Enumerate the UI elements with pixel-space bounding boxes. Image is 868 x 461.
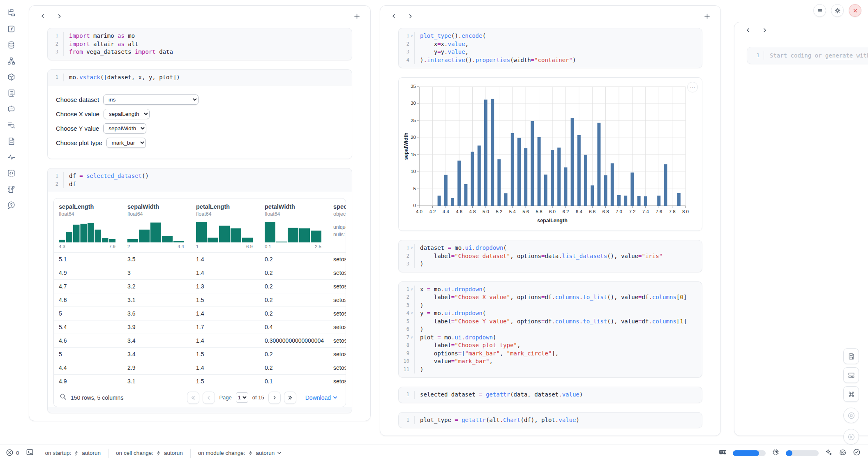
- runtime-config-item[interactable]: on cell change:autorun: [108, 449, 190, 458]
- code-editor[interactable]: 1∨dataset = mo.ui.dropdown(2 label="Choo…: [399, 240, 702, 272]
- sidebar-item-functions[interactable]: f: [6, 23, 16, 34]
- code-editor[interactable]: 1plot_type = getattr(alt.Chart(df), plot…: [399, 413, 702, 428]
- sidebar-item-documentation[interactable]: [6, 136, 16, 146]
- add-cell-button[interactable]: [351, 11, 362, 21]
- search-icon[interactable]: [60, 393, 67, 402]
- next-page-button[interactable]: [268, 392, 281, 404]
- table-row[interactable]: 53.41.50.2setosa: [54, 347, 346, 361]
- code-line: 6): [399, 325, 702, 334]
- choose-x-value-select[interactable]: sepalLength: [104, 109, 150, 119]
- fold-chevron-icon[interactable]: ∨: [409, 334, 415, 342]
- column-header-species[interactable]: speciesobjectunique:nulls:: [328, 203, 346, 249]
- svg-text:4.2: 4.2: [429, 209, 436, 214]
- add-cell-button[interactable]: [702, 11, 712, 21]
- sidebar-item-file-tree[interactable]: [6, 7, 16, 18]
- last-page-button[interactable]: [284, 392, 296, 404]
- sidebar-item-find[interactable]: [6, 120, 16, 130]
- close-icon[interactable]: [849, 4, 861, 17]
- svg-text:6.6: 6.6: [589, 209, 596, 214]
- scratch-code-editor[interactable]: 1 Start coding or generate with: [747, 47, 868, 64]
- sidebar-item-database[interactable]: [6, 39, 16, 50]
- sidebar-item-chat[interactable]: [6, 104, 16, 114]
- code-editor[interactable]: 1import marimo as mo2import altair as al…: [48, 28, 352, 60]
- column-collapse-left-icon[interactable]: [743, 25, 753, 35]
- menu-icon[interactable]: [813, 4, 826, 17]
- connection-status-icon[interactable]: [853, 448, 861, 458]
- prev-page-button[interactable]: [203, 392, 215, 404]
- sidebar-item-package[interactable]: [6, 71, 16, 82]
- choose-y-value-select[interactable]: sepalWidth: [103, 123, 146, 134]
- altair-chart-output[interactable]: 4.04.24.44.64.85.05.25.45.65.86.06.26.46…: [398, 77, 702, 231]
- column-histogram[interactable]: [127, 221, 184, 242]
- choose-dataset-select[interactable]: iris: [103, 95, 199, 105]
- run-all-icon[interactable]: [843, 429, 859, 445]
- cell-vstack[interactable]: 1mo.vstack([dataset, x, y, plot]) Choose…: [47, 69, 352, 159]
- table-row[interactable]: 4.73.21.30.2setosa: [54, 279, 346, 293]
- editor-placeholder[interactable]: Start coding or generate with: [764, 51, 868, 60]
- settings-gear-icon[interactable]: [831, 4, 844, 17]
- cell-plot-encode[interactable]: 1∨plot_type().encode(2 x=x.value,3 y=y.v…: [398, 28, 702, 68]
- cell-imports[interactable]: 1import marimo as mo2import altair as al…: [47, 28, 352, 60]
- code-editor[interactable]: 1∨plot_type().encode(2 x=x.value,3 y=y.v…: [399, 28, 702, 68]
- save-icon[interactable]: [843, 348, 859, 364]
- page-select[interactable]: 1: [236, 392, 248, 403]
- sidebar-item-dependency-graph[interactable]: [6, 55, 16, 66]
- fold-chevron-icon[interactable]: ∨: [409, 32, 415, 40]
- fold-chevron-icon[interactable]: ∨: [409, 309, 415, 318]
- table-row[interactable]: 4.93.11.50.1setosa: [54, 374, 346, 388]
- code-editor[interactable]: 1selected_dataset = getattr(data, datase…: [399, 387, 702, 403]
- code-line: 1∨x = mo.ui.dropdown(: [399, 286, 702, 294]
- code-editor[interactable]: 1∨x = mo.ui.dropdown(2 label="Choose X v…: [399, 282, 702, 378]
- runtime-config-item[interactable]: on module change:autorun: [190, 449, 289, 458]
- cell-plot-type[interactable]: 1plot_type = getattr(alt.Chart(df), plot…: [398, 412, 702, 429]
- column-header-sepalWidth[interactable]: sepalWidthfloat6424.4: [122, 203, 191, 249]
- cell-xy-plot-dropdowns[interactable]: 1∨x = mo.ui.dropdown(2 label="Choose X v…: [398, 281, 702, 378]
- column-header-sepalLength[interactable]: sepalLengthfloat644.37.9: [54, 203, 122, 249]
- runtime-config-item[interactable]: on startup:autorun: [38, 449, 108, 458]
- column-collapse-right-icon[interactable]: [54, 11, 65, 21]
- layout-icon[interactable]: [843, 367, 859, 383]
- chart-actions-icon[interactable]: ⋯: [687, 82, 698, 92]
- column-collapse-right-icon[interactable]: [405, 11, 416, 21]
- fold-chevron-icon[interactable]: ∨: [409, 244, 415, 252]
- table-row[interactable]: 53.61.40.2setosa: [54, 307, 346, 320]
- config-value: autorun: [164, 450, 183, 456]
- sidebar-item-help[interactable]: [6, 200, 16, 210]
- column-histogram[interactable]: [196, 221, 253, 242]
- table-row[interactable]: 4.63.41.40.30000000000000004setosa: [54, 334, 346, 347]
- download-button[interactable]: Download: [303, 394, 340, 401]
- column-collapse-right-icon[interactable]: [759, 25, 770, 35]
- fold-chevron-icon[interactable]: ∨: [409, 286, 415, 294]
- keyboard-shortcuts-icon[interactable]: [843, 386, 859, 402]
- cell-dataframe[interactable]: 1df = selected_dataset()2df sepalLengthf…: [47, 168, 352, 413]
- stop-icon[interactable]: [843, 408, 859, 423]
- column-histogram[interactable]: [59, 221, 115, 242]
- column-header-petalLength[interactable]: petalLengthfloat6416.9: [191, 203, 260, 249]
- column-header-petalWidth[interactable]: petalWidthfloat640.12.5: [260, 203, 328, 249]
- sidebar-item-snippets[interactable]: [6, 168, 16, 178]
- sidebar-item-logs[interactable]: [6, 88, 16, 98]
- choose-plot-type-select[interactable]: mark_bar: [106, 138, 146, 148]
- sidebar-item-scratchpad[interactable]: [6, 184, 16, 194]
- terminal-icon[interactable]: [26, 448, 34, 458]
- table-row[interactable]: 4.42.91.40.2setosa: [54, 361, 346, 374]
- sidebar-item-tracing[interactable]: [6, 152, 16, 162]
- code-editor[interactable]: 1df = selected_dataset()2df: [48, 168, 352, 192]
- code-line: 1plot_type = getattr(alt.Chart(df), plot…: [399, 416, 702, 424]
- copilot-icon[interactable]: [839, 448, 847, 458]
- column-histogram[interactable]: [265, 221, 321, 242]
- generate-link[interactable]: generate: [825, 52, 853, 59]
- column-collapse-left-icon[interactable]: [388, 11, 399, 21]
- altair-chart[interactable]: 4.04.24.44.64.85.05.25.45.65.86.06.26.46…: [403, 83, 699, 229]
- table-row[interactable]: 5.43.91.70.4setosa: [54, 320, 346, 334]
- code-editor[interactable]: 1mo.vstack([dataset, x, y, plot]): [48, 70, 352, 85]
- error-indicator[interactable]: 0: [6, 449, 19, 458]
- table-row[interactable]: 4.63.11.50.2setosa: [54, 293, 346, 307]
- table-row[interactable]: 4.931.40.2setosa: [54, 266, 346, 279]
- column-collapse-left-icon[interactable]: [37, 11, 48, 21]
- table-row[interactable]: 5.13.51.40.2setosa: [54, 252, 346, 266]
- cell-dataset-dropdown[interactable]: 1∨dataset = mo.ui.dropdown(2 label="Choo…: [398, 240, 702, 272]
- first-page-button[interactable]: [187, 392, 199, 404]
- ai-sparkles-icon[interactable]: [825, 448, 833, 458]
- cell-selected-dataset[interactable]: 1selected_dataset = getattr(data, datase…: [398, 387, 702, 403]
